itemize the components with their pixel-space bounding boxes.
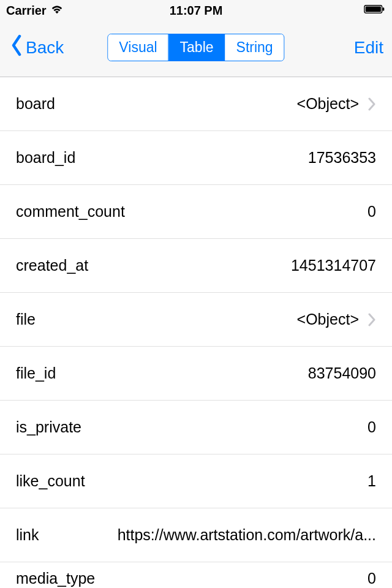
row-key: media_type	[16, 570, 95, 587]
table-row: created_at1451314707	[0, 239, 392, 293]
row-value: 1	[368, 472, 376, 490]
battery-icon	[364, 4, 386, 18]
status-bar: Carrier 11:07 PM	[0, 0, 392, 18]
edit-button[interactable]: Edit	[354, 38, 383, 58]
back-button[interactable]: Back	[9, 34, 64, 61]
chevron-right-icon	[368, 97, 376, 111]
row-value: 1451314707	[291, 257, 376, 274]
row-key: link	[16, 526, 39, 544]
row-value: 17536353	[308, 149, 376, 167]
table-row[interactable]: file<Object>	[0, 293, 392, 347]
table-row: board_id17536353	[0, 131, 392, 185]
wifi-icon	[50, 4, 64, 18]
segment-visual[interactable]: Visual	[108, 34, 168, 61]
row-key: board_id	[16, 149, 75, 167]
table-row: is_private0	[0, 401, 392, 454]
row-value: 0	[368, 418, 376, 436]
chevron-right-icon	[368, 313, 376, 326]
row-key: file	[16, 311, 36, 328]
table-row[interactable]: board<Object>	[0, 77, 392, 131]
nav-bar: Back Visual Table String Edit	[0, 18, 392, 77]
table-row: media_type0	[0, 562, 392, 588]
clock: 11:07 PM	[170, 4, 223, 18]
carrier-label: Carrier	[6, 4, 47, 18]
row-key: created_at	[16, 257, 88, 274]
table-row: file_id83754090	[0, 347, 392, 401]
chevron-left-icon	[9, 34, 24, 61]
table-view[interactable]: board<Object>board_id17536353comment_cou…	[0, 77, 392, 588]
row-value: <Object>	[297, 311, 359, 328]
segment-table[interactable]: Table	[169, 34, 225, 61]
table-row: comment_count0	[0, 185, 392, 239]
row-value: <Object>	[297, 95, 359, 113]
back-label: Back	[26, 38, 64, 58]
row-key: like_count	[16, 472, 85, 490]
segment-string[interactable]: String	[225, 34, 284, 61]
svg-rect-2	[383, 7, 385, 10]
table-row: like_count1	[0, 454, 392, 508]
row-value: 0	[368, 203, 376, 221]
row-key: comment_count	[16, 203, 125, 221]
row-key: board	[16, 95, 55, 113]
segmented-control: Visual Table String	[107, 34, 284, 61]
row-value: https://www.artstation.com/artwork/a...	[118, 526, 376, 544]
row-key: file_id	[16, 364, 56, 382]
row-value: 83754090	[308, 364, 376, 382]
row-key: is_private	[16, 418, 81, 436]
table-row: linkhttps://www.artstation.com/artwork/a…	[0, 508, 392, 562]
svg-rect-1	[366, 6, 381, 12]
row-value: 0	[368, 570, 376, 587]
